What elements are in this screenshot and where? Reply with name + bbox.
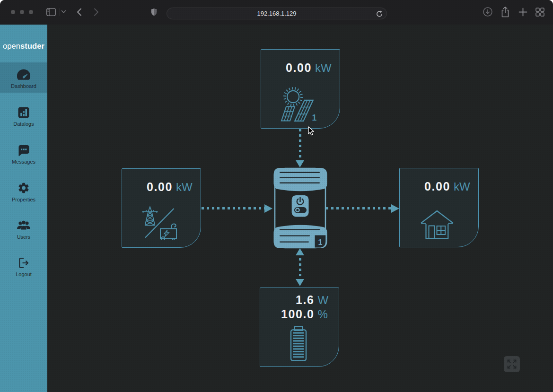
svg-text:1: 1	[318, 238, 323, 246]
svg-text:1: 1	[312, 113, 317, 122]
